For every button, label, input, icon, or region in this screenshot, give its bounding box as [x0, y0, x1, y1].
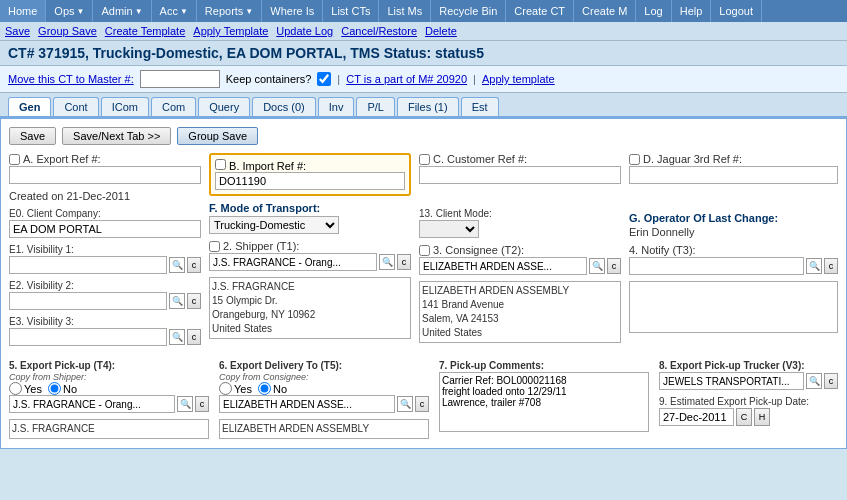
shipper-input[interactable]	[209, 253, 377, 271]
tab-cont[interactable]: Cont	[53, 97, 98, 116]
toolbar-save[interactable]: Save	[5, 25, 30, 37]
jaguar-ref-field: D. Jaguar 3rd Ref #:	[629, 153, 838, 184]
master-link[interactable]: CT is a part of M# 20920	[346, 73, 467, 85]
tab-files[interactable]: Files (1)	[397, 97, 459, 116]
estimated-pickup-input[interactable]	[659, 408, 734, 426]
tab-pl[interactable]: P/L	[356, 97, 395, 116]
mode-of-transport-select[interactable]: Trucking-Domestic	[209, 216, 339, 234]
shipper-checkbox[interactable]	[209, 241, 220, 252]
bottom-section: 5. Export Pick-up (T4): Copy from Shippe…	[9, 360, 838, 440]
visibility3-input[interactable]	[9, 328, 167, 346]
consignee-c-button[interactable]: c	[607, 258, 621, 274]
jaguar-ref-checkbox[interactable]	[629, 154, 640, 165]
visibility2-c-button[interactable]: c	[187, 293, 201, 309]
export-pickup-input[interactable]	[9, 395, 175, 413]
bottom-col-a: 5. Export Pick-up (T4): Copy from Shippe…	[9, 360, 209, 440]
toolbar-apply-template[interactable]: Apply Template	[193, 25, 268, 37]
export-pickup-search-icon[interactable]: 🔍	[177, 396, 193, 412]
visibility1-input[interactable]	[9, 256, 167, 274]
shipper-c-button[interactable]: c	[397, 254, 411, 270]
visibility2-search-icon[interactable]: 🔍	[169, 293, 185, 309]
date-h-button[interactable]: H	[754, 408, 770, 426]
client-company-input[interactable]	[9, 220, 201, 238]
nav-listms[interactable]: List Ms	[379, 0, 431, 22]
copy-shipper-yes-radio[interactable]	[9, 382, 22, 395]
client-mode-select[interactable]	[419, 220, 479, 238]
visibility2-input[interactable]	[9, 292, 167, 310]
nav-log[interactable]: Log	[636, 0, 671, 22]
pickup-comments-textarea[interactable]: Carrier Ref: BOL000021168 freight loaded…	[439, 372, 649, 432]
toolbar-cancel-restore[interactable]: Cancel/Restore	[341, 25, 417, 37]
nav-whereis[interactable]: Where Is	[262, 0, 323, 22]
toolbar-group-save[interactable]: Group Save	[38, 25, 97, 37]
notify-input[interactable]	[629, 257, 804, 275]
tab-icom[interactable]: ICom	[101, 97, 149, 116]
move-ct-input[interactable]	[140, 70, 220, 88]
consignee-input[interactable]	[419, 257, 587, 275]
nav-home[interactable]: Home	[0, 0, 46, 22]
created-on-text: Created on 21-Dec-2011	[9, 190, 130, 202]
save-next-tab-button[interactable]: Save/Next Tab >>	[62, 127, 171, 145]
copy-consignee-no-radio[interactable]	[258, 382, 271, 395]
tab-inv[interactable]: Inv	[318, 97, 355, 116]
bottom-four-col: 5. Export Pick-up (T4): Copy from Shippe…	[9, 360, 838, 440]
button-row: Save Save/Next Tab >> Group Save	[9, 127, 838, 145]
tab-docs[interactable]: Docs (0)	[252, 97, 316, 116]
import-ref-checkbox[interactable]	[215, 159, 226, 170]
nav-createct[interactable]: Create CT	[506, 0, 574, 22]
visibility3-c-button[interactable]: c	[187, 329, 201, 345]
export-trucker-input[interactable]	[659, 372, 804, 390]
jaguar-ref-input[interactable]	[629, 166, 838, 184]
export-delivery-c-button[interactable]: c	[415, 396, 429, 412]
toolbar-delete[interactable]: Delete	[425, 25, 457, 37]
trucker-c-button[interactable]: c	[824, 373, 838, 389]
export-delivery-input[interactable]	[219, 395, 395, 413]
visibility1-search-icon[interactable]: 🔍	[169, 257, 185, 273]
consignee-checkbox[interactable]	[419, 245, 430, 256]
trucker-search-icon[interactable]: 🔍	[806, 373, 822, 389]
nav-admin[interactable]: Admin	[93, 0, 151, 22]
nav-createm[interactable]: Create M	[574, 0, 636, 22]
nav-ops[interactable]: Ops	[46, 0, 93, 22]
nav-recyclebin[interactable]: Recycle Bin	[431, 0, 506, 22]
nav-listcts[interactable]: List CTs	[323, 0, 379, 22]
divider-1: |	[337, 73, 340, 85]
notify-c-button[interactable]: c	[824, 258, 838, 274]
toolbar-create-template[interactable]: Create Template	[105, 25, 186, 37]
nav-logout[interactable]: Logout	[711, 0, 762, 22]
shipper-search-icon[interactable]: 🔍	[379, 254, 395, 270]
nav-help[interactable]: Help	[672, 0, 712, 22]
toolbar-update-log[interactable]: Update Log	[276, 25, 333, 37]
visibility3-search-icon[interactable]: 🔍	[169, 329, 185, 345]
tab-com[interactable]: Com	[151, 97, 196, 116]
tab-query[interactable]: Query	[198, 97, 250, 116]
visibility3-field: E3. Visibility 3: 🔍 c	[9, 316, 201, 346]
bottom-col-c: 7. Pick-up Comments: Carrier Ref: BOL000…	[439, 360, 649, 440]
copy-consignee-yes-radio[interactable]	[219, 382, 232, 395]
tab-est[interactable]: Est	[461, 97, 499, 116]
export-trucker-field: 8. Export Pick-up Trucker (V3): 🔍 c	[659, 360, 838, 390]
keep-containers-checkbox[interactable]	[317, 72, 331, 86]
date-calendar-icon[interactable]: C	[736, 408, 752, 426]
apply-template-link[interactable]: Apply template	[482, 73, 555, 85]
move-ct-link[interactable]: Move this CT to Master #:	[8, 73, 134, 85]
import-ref-input[interactable]	[215, 172, 405, 190]
group-save-button[interactable]: Group Save	[177, 127, 258, 145]
customer-ref-checkbox[interactable]	[419, 154, 430, 165]
export-ref-checkbox[interactable]	[9, 154, 20, 165]
save-button[interactable]: Save	[9, 127, 56, 145]
notify-search-icon[interactable]: 🔍	[806, 258, 822, 274]
tab-gen[interactable]: Gen	[8, 97, 51, 116]
consignee-search-icon[interactable]: 🔍	[589, 258, 605, 274]
nav-reports[interactable]: Reports	[197, 0, 262, 22]
nav-acc[interactable]: Acc	[152, 0, 197, 22]
visibility1-c-button[interactable]: c	[187, 257, 201, 273]
export-pickup-c-button[interactable]: c	[195, 396, 209, 412]
export-delivery-search-icon[interactable]: 🔍	[397, 396, 413, 412]
export-ref-input[interactable]	[9, 166, 201, 184]
operator-label: G. Operator Of Last Change:	[629, 212, 838, 224]
customer-ref-input[interactable]	[419, 166, 621, 184]
col-a: A. Export Ref #: Created on 21-Dec-2011 …	[9, 153, 209, 352]
col-d: D. Jaguar 3rd Ref #: G. Operator Of Last…	[629, 153, 838, 352]
copy-shipper-no-radio[interactable]	[48, 382, 61, 395]
